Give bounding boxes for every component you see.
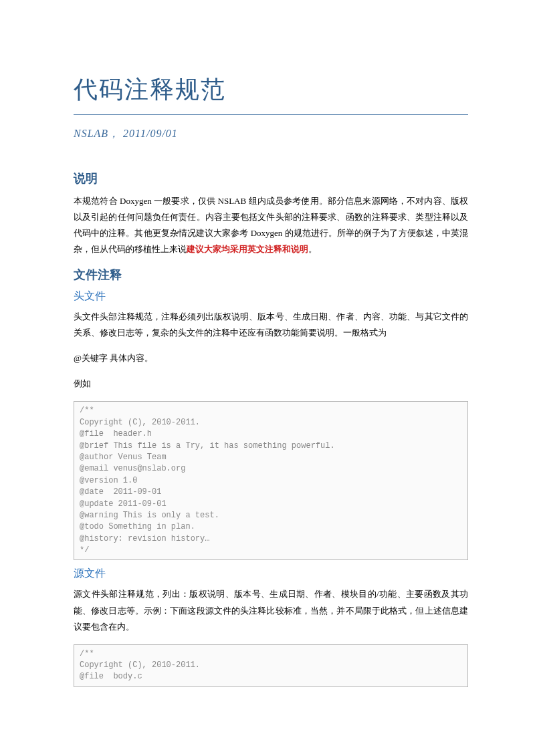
section-source-heading: 源文件 bbox=[74, 567, 468, 581]
document-page: 代码注释规范 NSLAB， 2011/09/01 说明 本规范符合 Doxyge… bbox=[0, 0, 535, 756]
header-code-block: /** Copyright (C), 2010-2011. @file head… bbox=[74, 401, 468, 560]
header-paragraph: 头文件头部注释规范，注释必须列出版权说明、版本号、生成日期、作者、内容、功能、与… bbox=[74, 309, 468, 341]
header-example-label: 例如 bbox=[74, 376, 468, 392]
intro-paragraph: 本规范符合 Doxygen 一般要求，仅供 NSLAB 组内成员参考使用。部分信… bbox=[74, 193, 468, 257]
source-paragraph: 源文件头部注释规范，列出：版权说明、版本号、生成日期、作者、模块目的/功能、主要… bbox=[74, 586, 468, 634]
page-subtitle: NSLAB， 2011/09/01 bbox=[74, 127, 468, 141]
section-intro-heading: 说明 bbox=[74, 170, 468, 186]
page-title: 代码注释规范 bbox=[74, 74, 468, 115]
source-code-block: /** Copyright (C), 2010-2011. @file body… bbox=[74, 644, 468, 687]
section-file-heading: 文件注释 bbox=[74, 267, 468, 283]
intro-text-highlight: 建议大家均采用英文注释和说明 bbox=[187, 244, 308, 254]
section-header-heading: 头文件 bbox=[74, 289, 468, 303]
header-format: @关键字 具体内容。 bbox=[74, 350, 468, 366]
intro-text-end: 。 bbox=[308, 244, 317, 254]
